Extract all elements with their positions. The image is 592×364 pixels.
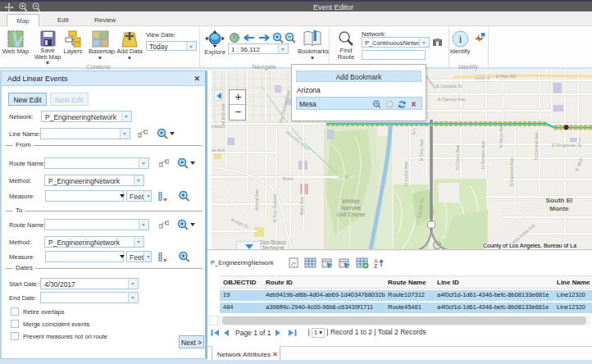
svg-text:N Seas Ave: N Seas Ave xyxy=(499,125,503,148)
svg-text:Whittier: Whittier xyxy=(342,198,361,204)
svg-text:N Potrero Ave: N Potrero Ave xyxy=(480,141,485,169)
svg-text:Arland Ave: Arland Ave xyxy=(254,189,259,212)
svg-text:County of Los Angeles, Bureau: County of Los Angeles, Bureau of La xyxy=(483,243,576,249)
svg-text:Don Bosco: Don Bosco xyxy=(260,239,286,245)
svg-text:Bush: Bush xyxy=(283,176,294,181)
svg-text:i: i xyxy=(458,33,462,45)
svg-text:N Chico Ave: N Chico Ave xyxy=(455,145,460,170)
svg-text:N L: N L xyxy=(412,128,417,135)
svg-text:Golf Course: Golf Course xyxy=(337,212,366,217)
svg-text:E Rae Wy: E Rae Wy xyxy=(496,74,517,79)
svg-text:Narrows: Narrows xyxy=(341,205,362,211)
svg-text:Monte: Monte xyxy=(549,205,569,212)
svg-text:N Troy Ave: N Troy Ave xyxy=(419,139,424,162)
svg-text:N San Gabriel: N San Gabriel xyxy=(272,194,277,223)
svg-text:Technical: Technical xyxy=(262,245,285,250)
svg-text:N Luma Ave: N Luma Ave xyxy=(403,162,408,186)
svg-text:E Garvey Ave: E Garvey Ave xyxy=(438,97,466,102)
svg-text:N Central Ave: N Central Ave xyxy=(534,132,539,160)
svg-text:E Kingsman St: E Kingsman St xyxy=(552,143,582,148)
svg-text:E Cortada St: E Cortada St xyxy=(436,84,462,89)
svg-text:St: St xyxy=(344,175,349,180)
svg-text:Page 1 of 1: Page 1 of 1 xyxy=(235,329,271,337)
svg-text:Beta Ave: Beta Ave xyxy=(299,197,304,215)
svg-text:N Merced Ave: N Merced Ave xyxy=(509,158,514,186)
svg-text:South El: South El xyxy=(546,197,572,204)
svg-text:Z: Z xyxy=(374,263,378,269)
